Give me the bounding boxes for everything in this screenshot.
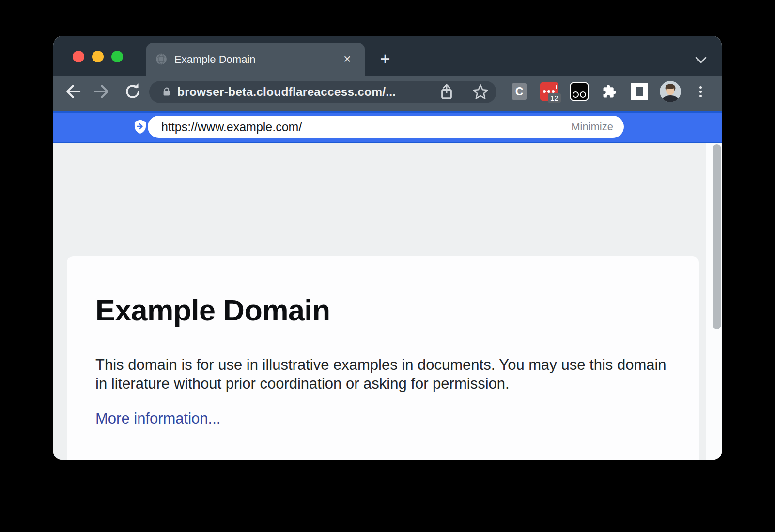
browser-window: Example Domain × +: [53, 36, 722, 460]
tab-bar: Example Domain × +: [53, 36, 722, 76]
dot-icon: [552, 90, 555, 93]
isolation-url-input[interactable]: https://www.example.com/ Minimize: [148, 116, 624, 138]
avatar-image: [660, 81, 681, 102]
isolation-url-value: https://www.example.com/: [161, 116, 302, 138]
kebab-dot-icon: [699, 95, 702, 97]
forward-button[interactable]: [92, 81, 113, 102]
tab-title: Example Domain: [174, 53, 256, 66]
chevron-down-icon[interactable]: [695, 57, 707, 63]
kebab-dot-icon: [699, 86, 702, 89]
puzzle-piece-icon: [602, 84, 617, 99]
lock-icon: [161, 86, 172, 98]
traffic-light-zoom[interactable]: [111, 51, 123, 62]
extensions-menu-button[interactable]: [602, 84, 617, 99]
reload-icon: [122, 81, 143, 102]
extension-badge: 12: [548, 93, 561, 103]
back-button[interactable]: [62, 81, 83, 102]
tick-icon: [556, 85, 557, 89]
isolation-url-bar: https://www.example.com/ Minimize: [53, 111, 722, 143]
scrollbar-thumb[interactable]: [713, 144, 721, 329]
browser-menu-button[interactable]: [691, 82, 710, 101]
arrow-left-icon: [62, 81, 83, 102]
share-icon: [437, 82, 456, 102]
extension-goggles-icon[interactable]: [570, 82, 589, 101]
page-title: Example Domain: [95, 294, 330, 327]
shield-icon: [134, 119, 147, 134]
dot-icon: [543, 90, 546, 93]
globe-favicon-icon: [155, 53, 168, 65]
profile-avatar[interactable]: [660, 81, 681, 102]
address-url: browser-beta.cloudflareaccess.com/...: [177, 81, 396, 103]
share-button[interactable]: [437, 82, 456, 102]
screenshot-canvas: Example Domain × +: [0, 0, 775, 532]
active-tab[interactable]: Example Domain ×: [146, 43, 365, 76]
close-tab-icon[interactable]: ×: [340, 51, 355, 67]
side-panel-icon[interactable]: [631, 83, 648, 100]
new-tab-button[interactable]: +: [374, 48, 396, 70]
circle-icon: [580, 91, 586, 98]
bookmark-button[interactable]: [471, 82, 490, 102]
minimize-button[interactable]: Minimize: [571, 116, 613, 138]
side-panel-inner: [636, 87, 643, 96]
browser-toolbar: browser-beta.cloudflareaccess.com/... C: [53, 76, 722, 111]
reload-button[interactable]: [122, 81, 143, 102]
circle-icon: [573, 91, 579, 98]
page-paragraph: This domain is for use in illustrative e…: [95, 356, 669, 393]
traffic-light-close[interactable]: [73, 51, 84, 62]
page-viewport: Example Domain This domain is for use in…: [53, 143, 722, 460]
extension-c-icon[interactable]: C: [512, 83, 527, 100]
kebab-dot-icon: [699, 91, 702, 93]
address-bar[interactable]: browser-beta.cloudflareaccess.com/...: [149, 81, 496, 103]
content-card: Example Domain This domain is for use in…: [67, 256, 699, 460]
scrollbar-track[interactable]: [706, 143, 722, 460]
dot-icon: [547, 90, 550, 93]
arrow-right-icon: [92, 81, 113, 102]
extension-password-icon[interactable]: 12: [540, 82, 558, 101]
traffic-light-minimize[interactable]: [92, 51, 104, 62]
more-information-link[interactable]: More information...: [95, 410, 220, 427]
star-icon: [471, 82, 490, 102]
